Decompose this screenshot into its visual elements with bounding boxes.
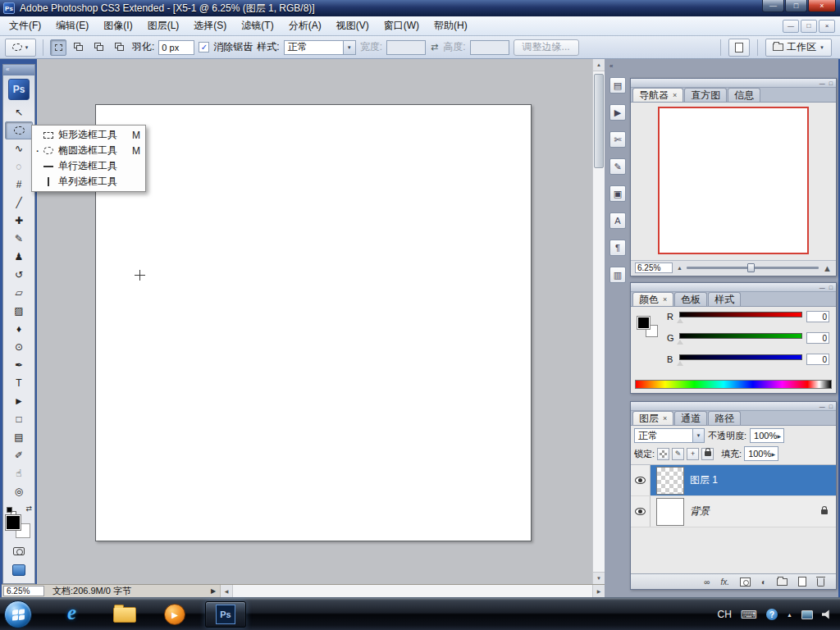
navigator-zoom-slider[interactable] [687, 263, 819, 272]
blend-mode-select[interactable]: 正常 ▼ [634, 428, 705, 443]
doc-minimize-button[interactable]: — [783, 20, 799, 33]
tool-preset-button[interactable]: ▼ [5, 39, 36, 57]
new-layer-button[interactable] [798, 577, 806, 587]
brushes-panel-icon[interactable]: ✎ [609, 158, 626, 175]
tab-styles[interactable]: 样式 [708, 292, 741, 306]
foreground-color-swatch[interactable] [637, 317, 650, 329]
intersect-selection-button[interactable] [112, 39, 128, 56]
zoom-in-icon[interactable]: ▲ [823, 263, 832, 273]
menu-file[interactable]: 文件(F) [2, 16, 48, 35]
tab-channels[interactable]: 通道 [674, 411, 707, 425]
blue-channel-input[interactable]: 0 [806, 354, 829, 365]
tab-histogram[interactable]: 直方图 [684, 88, 727, 102]
help-icon[interactable]: ? [766, 609, 778, 620]
panel-menu-button[interactable]: □ [829, 80, 833, 86]
dock-collapse-button[interactable]: « [608, 62, 628, 72]
layer-row-layer1[interactable]: 图层 1 [631, 465, 836, 496]
flyout-item-single-column-marquee[interactable]: 单列选框工具 [32, 174, 145, 189]
menu-select[interactable]: 选择(S) [186, 16, 234, 35]
antialias-checkbox[interactable]: ✓ [199, 42, 209, 52]
character-panel-icon[interactable]: A [609, 212, 626, 229]
default-foreground-icon[interactable] [7, 507, 12, 513]
scroll-right-button[interactable]: ▶ [592, 585, 605, 597]
navigator-proxy-view[interactable] [658, 107, 809, 254]
tab-swatches[interactable]: 色板 [674, 292, 707, 306]
language-indicator[interactable]: CH [718, 609, 732, 620]
flyout-item-ellipse-marquee[interactable]: ▪ 椭圆选框工具 M [32, 143, 145, 158]
tab-info[interactable]: 信息 [728, 88, 760, 102]
lock-all-button[interactable] [701, 448, 714, 460]
slider-track[interactable] [679, 333, 802, 339]
tab-navigator[interactable]: 导航器× [632, 88, 683, 102]
status-menu-button[interactable]: ▶ [207, 587, 220, 595]
visibility-toggle[interactable] [631, 496, 651, 527]
doc-restore-button[interactable]: □ [801, 20, 817, 33]
tool-brush[interactable]: ✎ [5, 230, 33, 248]
start-button[interactable] [4, 600, 32, 628]
layer-row-background[interactable]: 背景 [631, 496, 836, 527]
fill-input[interactable]: 100% ▶ [744, 446, 778, 461]
navigator-zoom-input[interactable]: 6.25% [635, 262, 673, 273]
tool-presets-panel-icon[interactable]: ✄ [609, 131, 626, 148]
tab-color[interactable]: 颜色× [632, 292, 673, 306]
scroll-up-button[interactable]: ▲ [593, 59, 605, 71]
menu-image[interactable]: 图像(I) [96, 16, 139, 35]
layer-name[interactable]: 背景 [690, 504, 710, 518]
tray-expand-icon[interactable]: ▲ [787, 612, 792, 618]
panel-minimize-button[interactable]: — [819, 285, 825, 290]
flyout-item-rect-marquee[interactable]: 矩形选框工具 M [32, 127, 145, 143]
tab-layers[interactable]: 图层× [632, 411, 673, 425]
opacity-slider-icon[interactable]: ▶ [777, 433, 781, 439]
close-button[interactable]: × [808, 0, 836, 12]
slider-thumb[interactable] [747, 263, 755, 272]
tool-eyedropper[interactable]: ✐ [5, 446, 33, 464]
network-icon[interactable] [801, 610, 813, 619]
tool-slice[interactable]: ╱ [5, 194, 33, 212]
tool-notes[interactable]: ▤ [5, 428, 33, 446]
fill-slider-icon[interactable]: ▶ [772, 451, 776, 457]
tab-close-icon[interactable]: × [663, 414, 667, 422]
tab-close-icon[interactable]: × [663, 295, 667, 304]
paragraph-panel-icon[interactable]: ¶ [609, 240, 626, 256]
tool-shape[interactable]: □ [5, 410, 33, 428]
panel-menu-button[interactable]: □ [829, 285, 833, 290]
tool-clone-stamp[interactable]: ♟ [5, 248, 33, 266]
slider-track[interactable] [679, 312, 802, 317]
menu-view[interactable]: 视图(V) [329, 16, 377, 35]
tool-lasso[interactable]: ∿ [5, 139, 33, 158]
menu-window[interactable]: 窗口(W) [377, 16, 427, 35]
layer-thumbnail[interactable] [656, 498, 684, 526]
layer-comps-panel-icon[interactable]: ▤ [609, 77, 626, 94]
add-mask-button[interactable] [740, 578, 751, 587]
tool-move[interactable]: ↖ [5, 103, 33, 121]
quick-mask-button[interactable] [9, 544, 29, 559]
tool-history-brush[interactable]: ↺ [5, 266, 33, 284]
foreground-color-swatch[interactable] [6, 515, 21, 530]
tool-dodge[interactable]: ⊙ [5, 338, 33, 356]
subtract-from-selection-button[interactable] [91, 39, 107, 56]
tool-quick-selection[interactable]: ◌ [5, 158, 33, 176]
layer-style-button[interactable]: fx. [720, 578, 729, 587]
tab-close-icon[interactable]: × [673, 91, 677, 99]
panel-menu-button[interactable]: □ [829, 404, 833, 409]
doc-close-button[interactable]: × [819, 20, 835, 33]
workspace-button[interactable]: 工作区 ▼ [765, 39, 832, 57]
horizontal-scrollbar[interactable]: ◀ ▶ [220, 585, 605, 597]
menu-filter[interactable]: 滤镜(T) [234, 16, 281, 35]
menu-layer[interactable]: 图层(L) [140, 16, 187, 35]
panel-minimize-button[interactable]: — [819, 404, 825, 409]
flyout-item-single-row-marquee[interactable]: 单行选框工具 [32, 158, 145, 174]
link-layers-button[interactable]: ∞ [704, 578, 710, 587]
menu-help[interactable]: 帮助(H) [427, 16, 475, 35]
canvas[interactable] [95, 104, 532, 541]
tool-type[interactable]: T [5, 374, 33, 392]
delete-layer-button[interactable] [817, 578, 824, 587]
tool-hand[interactable]: ☝ [5, 464, 33, 482]
histogram-panel-icon[interactable]: ▥ [609, 267, 626, 283]
clone-source-panel-icon[interactable]: ▣ [609, 185, 626, 202]
scroll-left-button[interactable]: ◀ [221, 585, 233, 597]
adjustment-layer-button[interactable]: ◐ [761, 578, 766, 587]
bridge-button[interactable] [728, 39, 750, 57]
swap-colors-icon[interactable]: ⇄ [25, 504, 32, 513]
new-selection-button[interactable] [50, 39, 66, 56]
